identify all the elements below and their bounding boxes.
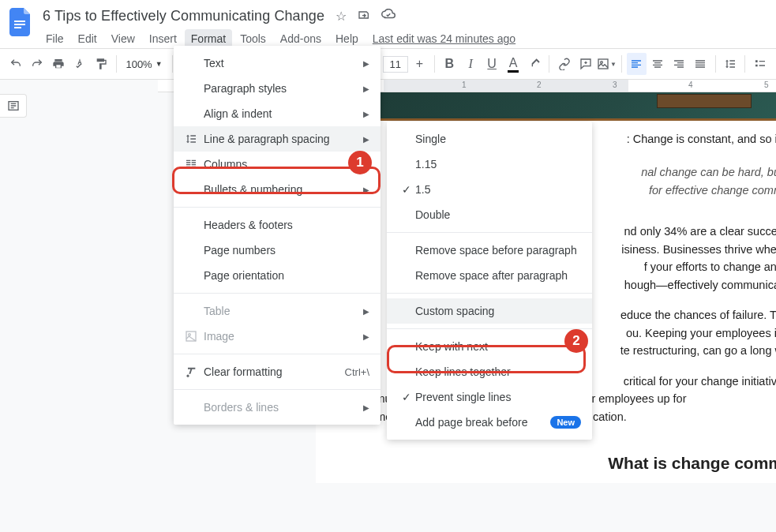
spacing-keep-lines[interactable]: Keep lines together <box>387 359 592 384</box>
star-icon[interactable]: ☆ <box>336 9 347 24</box>
format-image: Image▶ <box>174 324 381 349</box>
docs-logo-icon[interactable] <box>6 8 35 36</box>
spacing-remove-after[interactable]: Remove space after paragraph <box>387 263 592 288</box>
spacing-double[interactable]: Double <box>387 202 592 227</box>
format-text[interactable]: Text▶ <box>174 51 381 76</box>
insert-image-icon[interactable]: ▼ <box>597 53 617 75</box>
spacing-15[interactable]: ✓1.5 <box>387 177 592 202</box>
spellcheck-icon[interactable] <box>70 53 90 75</box>
bold-icon[interactable]: B <box>440 53 459 75</box>
svg-point-4 <box>601 62 603 64</box>
spacing-prevent-single[interactable]: ✓Prevent single lines <box>387 384 592 410</box>
highlight-icon[interactable] <box>525 53 545 75</box>
format-headers-footers[interactable]: Headers & footers <box>174 212 381 238</box>
insert-link-icon[interactable] <box>554 53 574 75</box>
spacing-remove-before[interactable]: Remove space before paragraph <box>387 238 592 263</box>
font-size-increase[interactable]: + <box>410 53 429 75</box>
svg-point-7 <box>189 334 191 336</box>
cloud-status-icon[interactable] <box>381 9 395 24</box>
checklist-icon[interactable] <box>750 53 770 75</box>
paint-format-icon[interactable] <box>92 53 111 75</box>
line-spacing-icon[interactable] <box>720 53 740 75</box>
format-page-orientation[interactable]: Page orientation <box>174 263 381 288</box>
format-table: Table▶ <box>174 298 381 324</box>
chevron-down-icon: ▼ <box>156 60 163 68</box>
new-badge: New <box>550 416 581 429</box>
text-color-icon[interactable]: A <box>504 53 523 75</box>
format-bullets-numbering[interactable]: Bullets & numbering▶ <box>174 177 381 202</box>
zoom-select[interactable]: 100%▼ <box>121 58 167 70</box>
format-page-numbers[interactable]: Page numbers <box>174 238 381 263</box>
undo-icon[interactable] <box>6 53 26 75</box>
document-title[interactable]: 6 Tips to Effectively Communicating Chan… <box>39 6 328 26</box>
line-spacing-icon <box>185 133 204 145</box>
svg-rect-3 <box>598 59 608 69</box>
spacing-115[interactable]: 1.15 <box>387 152 592 177</box>
image-icon <box>185 330 204 343</box>
outline-toggle[interactable] <box>0 94 27 118</box>
header-image <box>354 92 776 121</box>
redo-icon[interactable] <box>28 53 47 75</box>
spacing-custom[interactable]: Custom spacing <box>387 298 592 324</box>
format-paragraph-styles[interactable]: Paragraph styles▶ <box>174 76 381 101</box>
last-edit-link[interactable]: Last edit was 24 minutes ago <box>373 32 515 45</box>
menu-file[interactable]: File <box>39 29 70 48</box>
align-justify-icon[interactable] <box>691 53 710 75</box>
spacing-keep-next[interactable]: Keep with next <box>387 334 592 359</box>
format-clear-formatting[interactable]: Clear formattingCtrl+\ <box>174 359 381 384</box>
align-left-icon[interactable] <box>627 53 647 75</box>
checkmark-icon: ✓ <box>398 391 415 403</box>
svg-rect-1 <box>14 24 25 25</box>
app-header: 6 Tips to Effectively Communicating Chan… <box>0 0 776 48</box>
menu-view[interactable]: View <box>105 29 141 48</box>
format-line-spacing[interactable]: Line & paragraph spacing▶ <box>174 126 381 152</box>
print-icon[interactable] <box>49 53 69 75</box>
underline-icon[interactable]: U <box>482 53 502 75</box>
add-comment-icon[interactable] <box>575 53 595 75</box>
svg-rect-2 <box>14 27 21 28</box>
format-menu-dropdown: Text▶ Paragraph styles▶ Align & indent▶ … <box>174 46 381 425</box>
move-icon[interactable] <box>358 9 370 24</box>
align-center-icon[interactable] <box>648 53 668 75</box>
checkmark-icon: ✓ <box>398 183 415 196</box>
format-columns[interactable]: Columns▶ <box>174 152 381 177</box>
svg-rect-0 <box>14 21 25 22</box>
spacing-page-break-before[interactable]: Add page break beforeNew <box>387 410 592 435</box>
spacing-single[interactable]: Single <box>387 126 592 152</box>
italic-icon[interactable]: I <box>461 53 481 75</box>
columns-icon <box>185 158 204 170</box>
clear-format-icon <box>185 365 204 378</box>
line-spacing-submenu: Single 1.15 ✓1.5 Double Remove space bef… <box>387 122 592 440</box>
toolbar: 100%▼ − 11 + B I U A ▼ <box>0 48 776 80</box>
format-align-indent[interactable]: Align & indent▶ <box>174 101 381 126</box>
align-right-icon[interactable] <box>669 53 689 75</box>
font-size-input[interactable]: 11 <box>383 56 408 73</box>
format-borders-lines: Borders & lines▶ <box>174 395 381 420</box>
menu-edit[interactable]: Edit <box>72 29 103 48</box>
